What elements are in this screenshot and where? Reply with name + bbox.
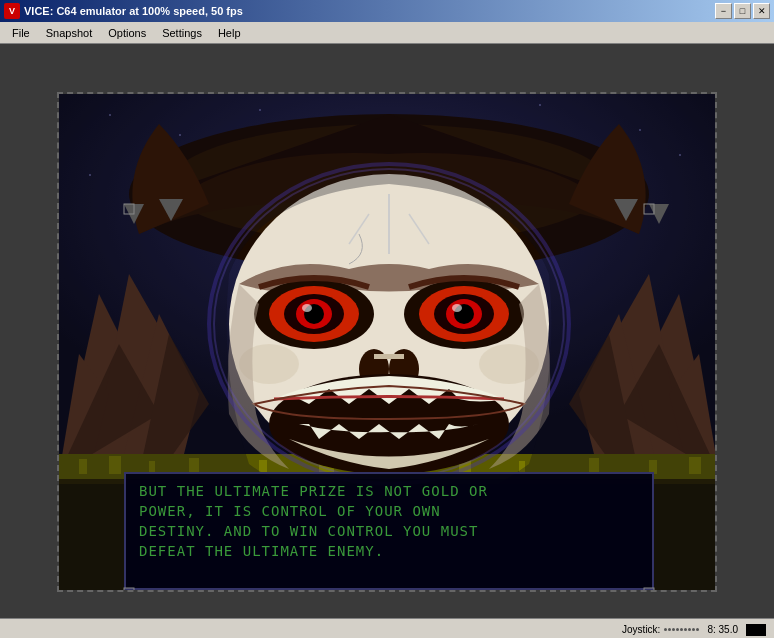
menu-settings[interactable]: Settings: [154, 25, 210, 41]
window-controls: − □ ✕: [715, 3, 770, 19]
speed-box: [746, 624, 766, 636]
svg-rect-74: [652, 472, 654, 590]
status-bar: Joystick: 8: 35.0: [0, 618, 774, 638]
title-bar-left: V VICE: C64 emulator at 100% speed, 50 f…: [4, 3, 243, 19]
menu-bar: File Snapshot Options Settings Help: [0, 22, 774, 44]
minimize-button[interactable]: −: [715, 3, 732, 19]
svg-text:DESTINY. AND TO WIN CONTROL YO: DESTINY. AND TO WIN CONTROL YOU MUST: [139, 523, 478, 539]
joystick-status: Joystick:: [622, 624, 699, 635]
svg-text:DEFEAT THE ULTIMATE ENEMY.: DEFEAT THE ULTIMATE ENEMY.: [139, 543, 384, 559]
svg-rect-60: [374, 354, 404, 359]
svg-rect-71: [124, 472, 654, 474]
game-scene-svg: BUT THE ULTIMATE PRIZE IS NOT GOLD OR PO…: [59, 94, 715, 590]
game-display: BUT THE ULTIMATE PRIZE IS NOT GOLD OR PO…: [59, 94, 715, 590]
window-content: BUT THE ULTIMATE PRIZE IS NOT GOLD OR PO…: [0, 44, 774, 638]
menu-file[interactable]: File: [4, 25, 38, 41]
window-title: VICE: C64 emulator at 100% speed, 50 fps: [24, 5, 243, 17]
maximize-button[interactable]: □: [734, 3, 751, 19]
emulator-screen: BUT THE ULTIMATE PRIZE IS NOT GOLD OR PO…: [57, 92, 717, 592]
title-bar: V VICE: C64 emulator at 100% speed, 50 f…: [0, 0, 774, 22]
svg-rect-72: [124, 588, 654, 590]
svg-text:POWER, IT IS CONTROL OF YOUR O: POWER, IT IS CONTROL OF YOUR OWN: [139, 503, 441, 519]
position-status: 8: 35.0: [707, 624, 738, 635]
menu-snapshot[interactable]: Snapshot: [38, 25, 100, 41]
menu-help[interactable]: Help: [210, 25, 249, 41]
close-button[interactable]: ✕: [753, 3, 770, 19]
svg-rect-73: [124, 472, 126, 590]
svg-text:BUT THE ULTIMATE PRIZE IS NOT : BUT THE ULTIMATE PRIZE IS NOT GOLD OR: [139, 483, 488, 499]
app-icon: V: [4, 3, 20, 19]
joystick-icon: [664, 628, 699, 631]
joystick-label: Joystick:: [622, 624, 660, 635]
svg-point-51: [302, 304, 312, 312]
svg-point-57: [452, 304, 462, 312]
menu-options[interactable]: Options: [100, 25, 154, 41]
